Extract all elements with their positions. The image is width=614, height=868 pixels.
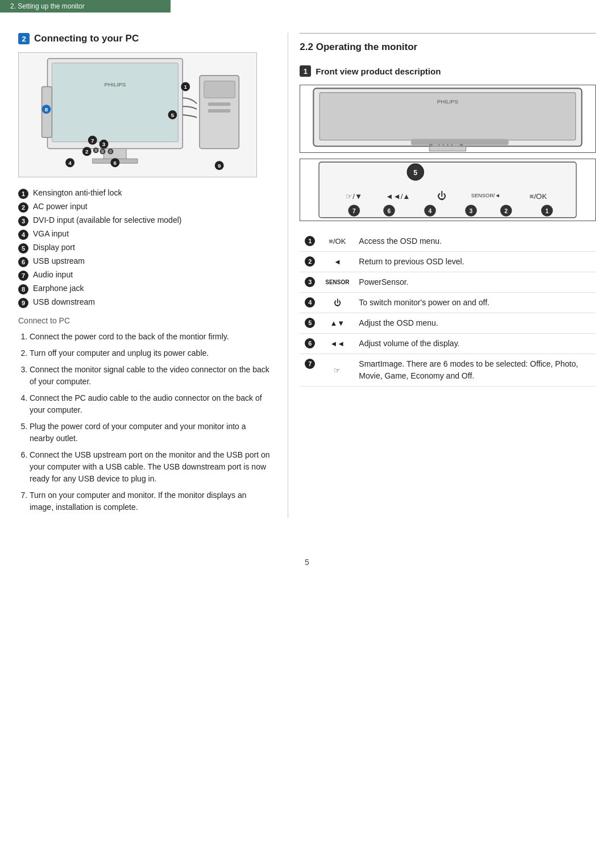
- svg-text:1: 1: [546, 208, 549, 214]
- front-view-badge: 1: [300, 65, 311, 77]
- svg-text:4: 4: [429, 208, 432, 214]
- setup-step: Connect the USB upstream port on the mon…: [30, 449, 271, 485]
- setup-step: Connect the PC audio cable to the audio …: [30, 392, 271, 416]
- monitor-svg: 1 2 3 4 5 6 7 8: [18, 52, 257, 177]
- svg-rect-42: [447, 144, 449, 147]
- svg-text:9: 9: [218, 163, 221, 169]
- list-item: 3 DVI-D input (available for selective m…: [18, 215, 271, 226]
- right-column: 2.2 Operating the monitor 1 Front view p…: [288, 33, 596, 518]
- svg-text:6: 6: [109, 149, 112, 154]
- monitor-top-svg: PHILIPS: [300, 85, 595, 152]
- list-item: 7 Audio input: [18, 270, 271, 281]
- svg-rect-37: [411, 139, 509, 145]
- svg-text:☞/▼: ☞/▼: [346, 192, 363, 201]
- control-row: 4 ⏻ To switch monitor's power on and off…: [300, 293, 596, 313]
- monitor-bottom-svg: 5 ☞/▼ ◄◄/▲ ⏻ SENSOR/◄ ≡/OK 7: [300, 159, 595, 221]
- svg-text:2: 2: [85, 148, 89, 155]
- svg-text:4: 4: [68, 160, 72, 166]
- svg-rect-36: [429, 146, 466, 151]
- control-row: 5 ▲▼ Adjust the OSD menu.: [300, 313, 596, 334]
- section-connecting-title: 2 Connecting to your PC: [18, 33, 271, 44]
- monitor-front-diagrams: PHILIPS 5: [300, 85, 596, 221]
- list-item: 8 Earphone jack: [18, 284, 271, 294]
- svg-text:SENSOR/◄: SENSOR/◄: [471, 193, 500, 198]
- svg-rect-2: [104, 148, 127, 160]
- section-badge: 2: [18, 33, 30, 44]
- svg-text:3: 3: [470, 208, 473, 214]
- monitor-front-bottom-diagram: 5 ☞/▼ ◄◄/▲ ⏻ SENSOR/◄ ≡/OK 7: [300, 159, 596, 221]
- svg-text:2: 2: [505, 208, 508, 214]
- svg-text:7: 7: [352, 208, 356, 214]
- setup-steps-list: Connect the power cord to the back of th…: [18, 331, 271, 513]
- svg-text:≡/OK: ≡/OK: [530, 192, 547, 201]
- svg-text:⏻: ⏻: [437, 190, 446, 201]
- connect-to-pc-label: Connect to PC: [18, 316, 271, 325]
- svg-text:8: 8: [45, 106, 48, 113]
- svg-rect-5: [204, 81, 235, 98]
- svg-text:8: 8: [101, 149, 104, 154]
- svg-text:6: 6: [114, 160, 117, 166]
- header-label: 2. Setting up the monitor: [10, 2, 85, 10]
- svg-text:7: 7: [91, 138, 94, 144]
- part-label: Display port: [33, 243, 75, 252]
- list-item: 9 USB downstream: [18, 297, 271, 308]
- svg-text:5: 5: [414, 169, 418, 177]
- control-row: 1 ≡/OK Access the OSD menu.: [300, 231, 596, 252]
- divider: [300, 33, 596, 34]
- svg-text:1: 1: [184, 84, 187, 90]
- part-label: Audio input: [33, 270, 73, 279]
- parts-list: 1 Kensington anti-thief lock 2 AC power …: [18, 188, 271, 308]
- setup-step: Connect the monitor signal cable to the …: [30, 364, 271, 388]
- svg-text:9: 9: [94, 148, 97, 153]
- page-number: 5: [0, 558, 614, 567]
- setup-step: Turn on your computer and monitor. If th…: [30, 489, 271, 513]
- svg-text:6: 6: [388, 208, 391, 214]
- svg-rect-39: [429, 144, 432, 147]
- part-label: USB upstream: [33, 256, 85, 265]
- svg-rect-1: [52, 63, 178, 142]
- part-label: USB downstream: [33, 297, 95, 306]
- svg-rect-7: [208, 109, 231, 113]
- part-label: Earphone jack: [33, 284, 84, 293]
- setup-step: Connect the power cord to the back of th…: [30, 331, 271, 343]
- section-header: 2. Setting up the monitor: [0, 0, 171, 13]
- part-label: Kensington anti-thief lock: [33, 188, 122, 197]
- svg-rect-6: [208, 102, 231, 106]
- svg-rect-44: [460, 144, 463, 147]
- front-view-title-row: 1 Front view product description: [300, 65, 596, 77]
- monitor-illustration: 1 2 3 4 5 6 7 8: [18, 52, 271, 179]
- list-item: 1 Kensington anti-thief lock: [18, 188, 271, 199]
- list-item: 6 USB upstream: [18, 256, 271, 267]
- part-label: DVI-D input (available for selective mod…: [33, 215, 181, 225]
- list-item: 5 Display port: [18, 243, 271, 254]
- monitor-front-top-diagram: PHILIPS: [300, 85, 596, 153]
- part-label: VGA input: [33, 229, 69, 238]
- section-connecting-label: Connecting to your PC: [34, 33, 139, 44]
- svg-text:3: 3: [102, 141, 106, 147]
- svg-rect-43: [451, 144, 453, 147]
- left-column: 2 Connecting to your PC: [18, 33, 288, 518]
- front-view-label: Front view product description: [316, 67, 441, 76]
- operating-monitor-title: 2.2 Operating the monitor: [300, 41, 596, 56]
- svg-text:PHILIPS: PHILIPS: [104, 81, 126, 88]
- setup-step: Plug the power cord of your computer and…: [30, 421, 271, 445]
- svg-rect-41: [443, 144, 444, 147]
- controls-table: 1 ≡/OK Access the OSD menu. 2 ◄ Return t…: [300, 231, 596, 387]
- control-row: 2 ◄ Return to previous OSD level.: [300, 252, 596, 272]
- list-item: 4 VGA input: [18, 229, 271, 240]
- svg-text:◄◄/▲: ◄◄/▲: [386, 192, 410, 201]
- svg-rect-40: [439, 144, 440, 147]
- setup-step: Turn off your computer and unplug its po…: [30, 347, 271, 359]
- list-item: 2 AC power input: [18, 202, 271, 213]
- control-row: 7 ☞ SmartImage. There are 6 modes to be …: [300, 354, 596, 387]
- part-label: AC power input: [33, 202, 88, 211]
- svg-text:5: 5: [171, 112, 175, 118]
- control-row: 3 SENSOR PowerSensor.: [300, 272, 596, 293]
- svg-text:PHILIPS: PHILIPS: [437, 98, 458, 105]
- control-row: 6 ◄◄ Adjust volume of the display.: [300, 334, 596, 354]
